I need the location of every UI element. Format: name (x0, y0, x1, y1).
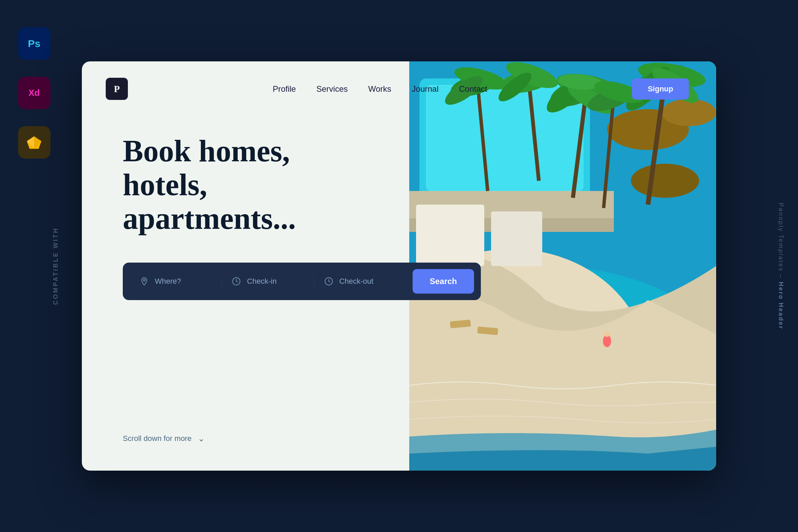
scroll-down-label: Scroll down for more (123, 434, 192, 443)
nav-journal[interactable]: Journal (412, 84, 439, 94)
nav-services[interactable]: Services (316, 84, 348, 94)
nav-links: Profile Services Works Journal Contact (273, 84, 487, 94)
hero-content: Book homes, hotels, apartments... Where?… (82, 100, 716, 300)
checkin-clock-icon (232, 277, 241, 286)
where-field[interactable]: Where? (130, 277, 222, 286)
adobexd-icon[interactable]: Xd (18, 77, 50, 109)
location-icon (140, 277, 149, 286)
checkout-label: Check-out (339, 277, 373, 286)
main-card: P Profile Services Works Journal Contact… (82, 61, 716, 471)
nav-profile[interactable]: Profile (273, 84, 296, 94)
photoshop-icon[interactable]: Ps (18, 27, 50, 60)
sketch-icon[interactable] (18, 126, 50, 159)
search-button[interactable]: Search (413, 269, 474, 294)
checkin-label: Check-in (247, 277, 277, 286)
chevron-down-icon: ⌄ (198, 434, 205, 443)
right-sidebar: Panoply Templates – Hero Header (764, 0, 798, 532)
compatible-label: COMPATIBLE WITH (52, 227, 59, 305)
logo[interactable]: P (106, 78, 128, 100)
left-sidebar: Ps Xd COMPATIBLE WITH (0, 0, 68, 532)
right-sidebar-label: Panoply Templates – Hero Header (778, 203, 785, 329)
svg-point-46 (143, 279, 145, 281)
checkin-field[interactable]: Check-in (222, 277, 314, 286)
svg-point-45 (604, 331, 610, 337)
navbar: P Profile Services Works Journal Contact… (82, 61, 716, 100)
scroll-down[interactable]: Scroll down for more ⌄ (123, 434, 205, 443)
hero-title: Book homes, hotels, apartments... (123, 134, 355, 235)
checkout-clock-icon (324, 277, 333, 286)
search-bar: Where? Check-in Check-out Search (123, 263, 481, 300)
checkout-field[interactable]: Check-out (314, 277, 406, 286)
nav-contact[interactable]: Contact (459, 84, 487, 94)
nav-works[interactable]: Works (368, 84, 391, 94)
signup-button[interactable]: Signup (632, 78, 689, 100)
where-label: Where? (155, 277, 181, 286)
